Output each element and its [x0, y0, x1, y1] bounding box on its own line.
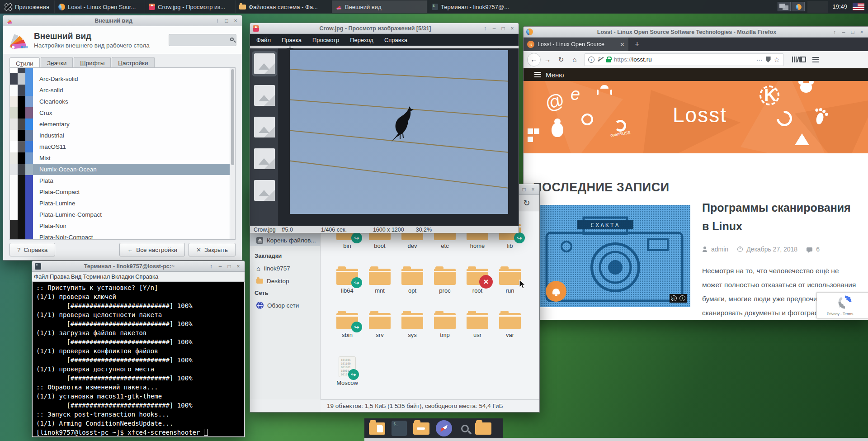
folder-item-sbin[interactable]: sbin: [331, 313, 363, 338]
folder-item-sys[interactable]: sys: [396, 313, 429, 338]
theme-row[interactable]: Plata-Lumine: [10, 198, 235, 209]
maximize-button[interactable]: □: [849, 27, 856, 37]
dock-terminal-icon[interactable]: [392, 421, 407, 436]
maximize-button[interactable]: □: [500, 24, 507, 33]
home-button[interactable]: ⌂: [568, 56, 581, 63]
menu-tabs[interactable]: Вкладки: [111, 273, 134, 280]
file-item-moscow[interactable]: 101001 101100 001001 10001 00101 Moscow: [331, 356, 363, 386]
sidebar-item-home[interactable]: ⌂ linok9757: [250, 262, 320, 274]
new-tab-button[interactable]: +: [635, 40, 640, 49]
thumbnail[interactable]: [254, 117, 275, 138]
task-button-terminal[interactable]: Терминал - linok9757@...: [428, 0, 524, 13]
scrollbar-thumb[interactable]: [231, 69, 234, 165]
folder-item-root[interactable]: root: [461, 269, 494, 294]
menu-view[interactable]: Просмотр: [312, 37, 339, 43]
tab-close-icon[interactable]: ✕: [620, 41, 625, 48]
sidebar-toggle-icon[interactable]: [799, 57, 806, 62]
thumbnail[interactable]: [254, 180, 275, 201]
task-button-appearance[interactable]: Внешний вид: [332, 0, 427, 13]
theme-row[interactable]: Plata-Noir: [10, 220, 235, 232]
all-settings-button[interactable]: ←Все настройки: [119, 243, 185, 256]
workspace-1[interactable]: [778, 2, 791, 11]
theme-row[interactable]: Arc-solid: [10, 85, 235, 96]
tab-losst[interactable]: lt Losst - Linux Open Source ✕: [524, 38, 628, 51]
menu-help[interactable]: Справка: [135, 273, 158, 280]
forward-button[interactable]: →: [541, 56, 554, 63]
article-image[interactable]: EXAKTA cc i: [540, 205, 690, 307]
article-comments[interactable]: 6: [816, 246, 820, 253]
maximize-button[interactable]: □: [226, 261, 233, 271]
applications-menu[interactable]: Приложения: [0, 0, 54, 14]
recaptcha-badge[interactable]: Privacy - Terms: [816, 292, 868, 318]
theme-row-selected[interactable]: Numix-Ocean-Ocean: [10, 164, 235, 175]
theme-row[interactable]: Plata-Noir-Compact: [10, 232, 235, 240]
theme-row[interactable]: Plata-Compact: [10, 186, 235, 198]
dock-folder-icon[interactable]: [475, 422, 491, 435]
close-button[interactable]: ×: [235, 261, 242, 271]
minimize-button[interactable]: –: [491, 24, 498, 33]
back-button[interactable]: ←: [527, 53, 541, 66]
bookmark-star-icon[interactable]: ☆: [774, 56, 780, 64]
theme-row[interactable]: Arc-Dark-solid: [10, 73, 235, 85]
notification-bell-badge[interactable]: [546, 281, 566, 302]
url-bar[interactable]: i ⚐ https://losst.ru ⋯ ☆: [584, 53, 784, 66]
dock-search-icon[interactable]: [461, 425, 469, 432]
folder-item-srv[interactable]: srv: [363, 313, 396, 338]
menu-file[interactable]: Файл: [256, 37, 271, 43]
folder-item-lib64[interactable]: lib64: [331, 269, 363, 294]
sidebar-item-network[interactable]: Обзор сети: [250, 299, 320, 311]
shade-button[interactable]: ↑: [214, 16, 221, 26]
shade-button[interactable]: ↑: [208, 261, 215, 271]
shade-button[interactable]: ↑: [831, 27, 838, 37]
page-actions-icon[interactable]: ⋯: [756, 56, 763, 63]
thumbnail[interactable]: [254, 85, 275, 106]
site-logo[interactable]: Losst: [673, 103, 727, 127]
dock-file-manager-icon[interactable]: [369, 422, 385, 435]
shade-button[interactable]: ↑: [481, 24, 489, 33]
menu-view[interactable]: Вид: [71, 273, 82, 280]
search-input[interactable]: [169, 34, 236, 46]
close-window-button[interactable]: ✕Закрыть: [189, 243, 236, 256]
theme-row[interactable]: Crux: [10, 107, 235, 119]
theme-row[interactable]: Plata: [10, 175, 235, 186]
dock-open-folder-icon[interactable]: [413, 422, 429, 435]
permissions-icon[interactable]: ⚐: [598, 56, 603, 63]
sidebar-item-filesystem-root[interactable]: Корень файлов...: [250, 234, 320, 246]
reload-button[interactable]: ↻: [554, 56, 568, 64]
menu-go[interactable]: Переход: [350, 37, 373, 43]
reload-icon[interactable]: ↻: [520, 197, 533, 209]
library-icon[interactable]: [792, 57, 793, 62]
thumbnail-selected[interactable]: [254, 53, 275, 74]
close-button[interactable]: ×: [232, 16, 239, 26]
menu-edit[interactable]: Правка: [50, 273, 70, 280]
menu-terminal[interactable]: Терминал: [83, 273, 110, 280]
close-button[interactable]: ×: [529, 185, 537, 194]
theme-row[interactable]: macOS11: [10, 141, 235, 152]
menu-edit[interactable]: Правка: [282, 37, 302, 43]
theme-row[interactable]: Clearlooks: [10, 96, 235, 107]
theme-row[interactable]: elementary: [10, 119, 235, 130]
site-info-icon[interactable]: i: [588, 57, 594, 63]
keyboard-layout-us-flag[interactable]: [853, 3, 864, 10]
minimize-button[interactable]: –: [217, 261, 224, 271]
sidebar-item-desktop[interactable]: Desktop: [250, 275, 320, 287]
theme-row[interactable]: Industrial: [10, 130, 235, 141]
folder-item-mnt[interactable]: mnt: [363, 269, 396, 294]
site-menu-bar[interactable]: Меню: [524, 68, 868, 81]
close-button[interactable]: ×: [509, 24, 516, 33]
thumbnail[interactable]: [254, 148, 275, 169]
theme-row[interactable]: Mist: [10, 152, 235, 164]
close-button[interactable]: ×: [858, 27, 865, 37]
task-button-crow[interactable]: Crow.jpg - Просмотр из...: [145, 0, 234, 13]
maximize-button[interactable]: □: [223, 16, 230, 26]
minimize-button[interactable]: –: [840, 27, 847, 37]
menu-help[interactable]: Справка: [384, 37, 407, 43]
theme-row[interactable]: Plata-Lumine-Compact: [10, 209, 235, 220]
workspace-2[interactable]: [792, 2, 805, 11]
folder-item-tmp[interactable]: tmp: [429, 313, 461, 338]
folder-item-opt[interactable]: opt: [396, 269, 429, 294]
maximize-button[interactable]: □: [520, 185, 528, 194]
article-author[interactable]: admin: [711, 246, 728, 253]
menu-file[interactable]: Файл: [34, 273, 48, 280]
folder-item-var[interactable]: var: [494, 313, 526, 338]
